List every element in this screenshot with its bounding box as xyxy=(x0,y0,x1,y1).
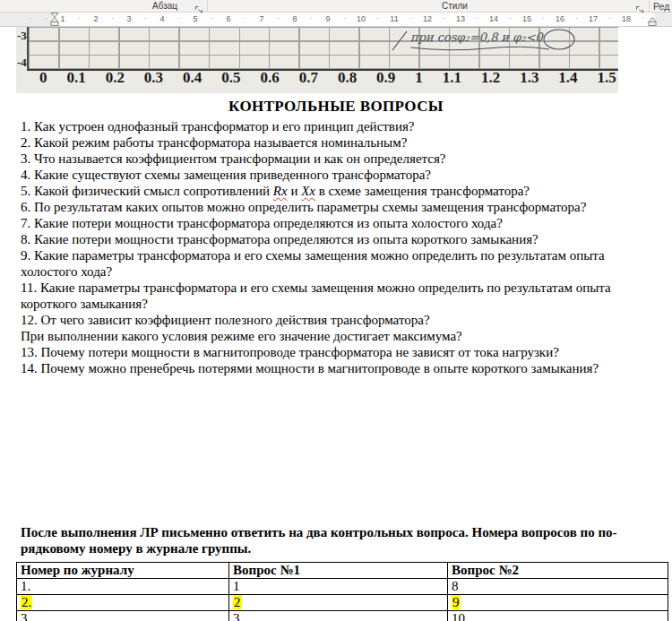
ribbon: Абзац Стили Ред xyxy=(0,0,672,13)
horizontal-ruler[interactable]: 1·2·3·4·5·6·7·8·9·10·11·12·13·14·15·16·1… xyxy=(0,13,672,27)
ribbon-group-separator xyxy=(649,0,650,12)
graph-x-label: 0.6 xyxy=(260,69,279,87)
ruler-number: 12 xyxy=(423,14,432,23)
assignment-line[interactable]: рядковому номеру в журнале группы. xyxy=(21,541,617,557)
graph-x-label: 1.5 xyxy=(598,69,616,87)
question-text: холостого хода? xyxy=(21,264,112,279)
scanned-graph-image[interactable]: -3 -4 при cosφ₂=0,8 и φ₂<0 00.10.20.30.4… xyxy=(16,27,618,93)
graph-y-label: -3 xyxy=(17,29,29,43)
question-line[interactable]: 9. Какие параметры трансформатора и его … xyxy=(21,247,668,263)
styles-dialog-launcher-icon[interactable] xyxy=(635,2,644,11)
question-text: При выполнении какого условия режиме его… xyxy=(21,329,462,343)
table-header-cell[interactable]: Номер по журналу xyxy=(17,563,229,579)
ruler-number: 11 xyxy=(390,14,398,23)
ruler-number: 9 xyxy=(325,14,330,23)
ruler-number: 16 xyxy=(556,14,564,23)
graph-x-label: 0.2 xyxy=(106,69,125,87)
question-line[interactable]: 14. Почему можно пренебречь потерями мощ… xyxy=(21,360,668,376)
question-line[interactable]: 2. Какой режим работы трансформатора наз… xyxy=(21,134,668,151)
table-header-cell[interactable]: Вопрос №1 xyxy=(229,563,448,579)
table-cell[interactable]: 1. xyxy=(17,579,229,595)
ruler-tick: · xyxy=(409,13,412,22)
graph-x-label: 0.5 xyxy=(221,69,240,87)
table-row: 2.29 xyxy=(17,595,668,611)
ruler-number: 2 xyxy=(93,14,98,23)
question-text: 5. Какой физический смысл сопротивлений xyxy=(21,184,273,198)
question-text: и xyxy=(288,184,302,198)
ruler-tick: · xyxy=(45,13,47,22)
table-cell[interactable]: 3. xyxy=(17,611,229,621)
ruler-number: 14 xyxy=(489,14,498,23)
ruler-number: 3 xyxy=(126,14,131,23)
ruler-tick: · xyxy=(177,13,180,22)
graph-x-label: 0.4 xyxy=(183,69,202,87)
question-text: 1. Как устроен однофазный трансформатор … xyxy=(21,119,415,134)
question-line[interactable]: 1. Как устроен однофазный трансформатор … xyxy=(21,118,668,134)
graph-x-label: 1 xyxy=(415,69,423,87)
questions-list: 1. Как устроен однофазный трансформатор … xyxy=(21,118,668,376)
ruler-number: 6 xyxy=(226,14,230,23)
ruler-number: 5 xyxy=(193,14,197,23)
ribbon-group-paragraph-label: Абзац xyxy=(152,1,177,11)
question-text: 11. Какие параметры трансформатора и его… xyxy=(21,280,611,295)
question-line[interactable]: При выполнении какого условия режиме его… xyxy=(21,328,668,344)
ruler-number: 15 xyxy=(522,14,531,23)
table-cell[interactable]: 2 xyxy=(229,595,448,611)
graph-y-label: -4 xyxy=(17,56,29,70)
ruler-tick: · xyxy=(509,13,512,22)
ruler-tick: · xyxy=(608,13,611,22)
table-cell[interactable]: 2. xyxy=(17,595,229,611)
ruler-number: 10 xyxy=(357,14,366,23)
table-head: Номер по журналуВопрос №1Вопрос №2 xyxy=(17,563,668,579)
handwritten-annotation: при cosφ₂=0,8 и φ₂<0 xyxy=(366,27,625,69)
graph-x-label: 1.3 xyxy=(520,69,538,87)
question-line[interactable]: 11. Какие параметры трансформатора и его… xyxy=(21,280,668,296)
table-cell[interactable]: 1 xyxy=(229,579,448,595)
graph-x-label: 1.1 xyxy=(443,69,461,87)
question-line[interactable]: 12. От чего зависит коэффициент полезног… xyxy=(21,312,668,328)
ribbon-group-separator xyxy=(207,0,208,12)
ruler-tick: · xyxy=(443,13,445,22)
ruler-tick: · xyxy=(29,13,31,22)
question-line[interactable]: короткого замыкания? xyxy=(21,296,668,312)
table-header-cell[interactable]: Вопрос №2 xyxy=(448,563,668,579)
question-line[interactable]: 6. По результатам каких опытов можно опр… xyxy=(21,199,668,215)
question-line[interactable]: 5. Какой физический смысл сопротивлений … xyxy=(21,183,668,199)
graph-x-label: 0.9 xyxy=(376,69,395,87)
graph-x-label: 0.7 xyxy=(299,69,318,87)
question-text: 12. От чего зависит коэффициент полезног… xyxy=(21,313,430,327)
table-header-row: Номер по журналуВопрос №1Вопрос №2 xyxy=(17,563,668,579)
ruler-number: 18 xyxy=(622,14,631,23)
ribbon-editing-label[interactable]: Ред xyxy=(653,1,669,12)
table-row: 1.18 xyxy=(17,579,668,595)
question-text: 7. Какие потери мощности трансформатора … xyxy=(21,216,503,230)
ruler-number: 4 xyxy=(159,14,164,23)
assignment-line[interactable]: После выполнения ЛР письменно ответить н… xyxy=(21,525,617,541)
paragraph-dialog-launcher-icon[interactable] xyxy=(194,2,203,11)
assignment-paragraph: После выполнения ЛР письменно ответить н… xyxy=(21,525,617,556)
question-line[interactable]: холостого хода? xyxy=(21,263,668,280)
question-text: 2. Какой режим работы трансформатора наз… xyxy=(21,135,407,150)
ruler-number: 1 xyxy=(60,14,65,23)
ruler-number: 7 xyxy=(259,14,263,23)
table-cell[interactable]: 8 xyxy=(448,579,668,595)
table-cell[interactable]: 9 xyxy=(448,595,668,611)
question-line[interactable]: 3. Что называется коэффициентом трансфор… xyxy=(21,151,668,167)
ruler-tick: · xyxy=(642,13,644,22)
ruler-tick: · xyxy=(575,13,578,22)
question-line[interactable]: 4. Какие существуют схемы замещения прив… xyxy=(21,167,668,183)
ruler-tick: · xyxy=(343,13,346,22)
graph-x-label: 1.4 xyxy=(558,69,577,87)
question-text: 6. По результатам каких опытов можно опр… xyxy=(21,200,586,214)
ruler-number: 13 xyxy=(456,14,465,23)
question-text: 3. Что называется коэффициентом трансфор… xyxy=(21,151,446,166)
ruler-tick: · xyxy=(211,13,213,22)
question-line[interactable]: 8. Какие потери мощности трансформатора … xyxy=(21,231,668,247)
table-cell[interactable]: 10 xyxy=(448,611,668,621)
question-line[interactable]: 13. Почему потери мощности в магнитопров… xyxy=(21,344,668,360)
ruler-tick: · xyxy=(244,13,246,22)
question-text: в схеме замещения трансформатора? xyxy=(315,184,530,198)
section-heading[interactable]: КОНТРОЛЬНЫЕ ВОПРОСЫ xyxy=(0,98,672,116)
question-line[interactable]: 7. Какие потери мощности трансформатора … xyxy=(21,215,668,231)
table-cell[interactable]: 3 xyxy=(229,611,448,621)
